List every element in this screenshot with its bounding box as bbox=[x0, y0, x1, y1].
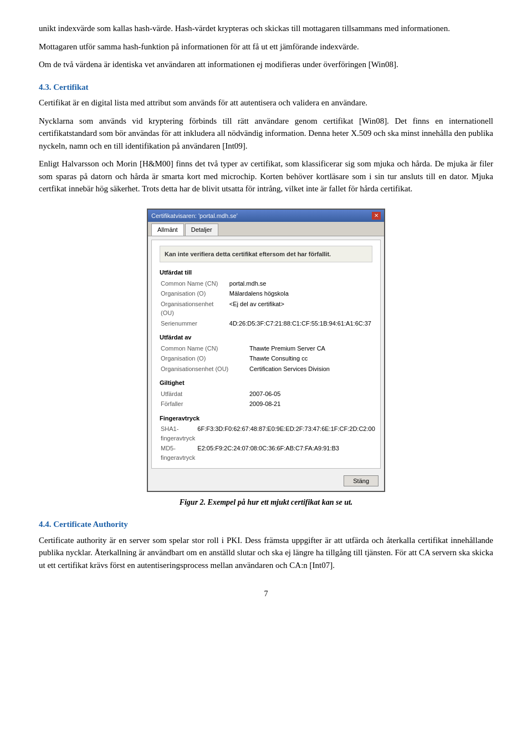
table-row: Organisationsenhet (OU) <Ej del av certi… bbox=[160, 299, 372, 318]
field-value: Thawte Premium Server CA bbox=[248, 343, 372, 354]
figure-caption: Figur 2. Exempel på hur ett mjukt certif… bbox=[180, 496, 353, 508]
field-label: Serienummer bbox=[160, 318, 228, 329]
paragraph-1: unikt indexvärde som kallas hash-värde. … bbox=[39, 22, 493, 35]
cert-footer: Stäng bbox=[148, 472, 384, 491]
paragraph-2: Mottagaren utför samma hash-funktion på … bbox=[39, 40, 493, 53]
field-value: 2009-08-21 bbox=[248, 399, 372, 409]
field-label: Common Name (CN) bbox=[160, 278, 228, 289]
field-value: E2:05:F9:2C:24:07:08:0C:36:6F:AB:C7:FA:A… bbox=[196, 443, 376, 463]
cert-titlebar: Certifikatvisaren: 'portal.mdh.se' ✕ bbox=[148, 210, 384, 222]
field-label: Organisation (O) bbox=[160, 288, 228, 299]
section-43-p2: Nycklarna som används vid kryptering för… bbox=[39, 115, 493, 153]
field-value: Mälardalens högskola bbox=[228, 288, 372, 299]
field-value: 4D:26:D5:3F:C7:21:88:C1:CF:55:1B:94:61:A… bbox=[228, 318, 372, 329]
table-row: Serienummer 4D:26:D5:3F:C7:21:88:C1:CF:5… bbox=[160, 318, 372, 329]
table-row: Förfaller 2009-08-21 bbox=[160, 399, 372, 409]
cert-warning: Kan inte verifiera detta certifikat efte… bbox=[160, 246, 372, 263]
table-row: Common Name (CN) Thawte Premium Server C… bbox=[160, 343, 372, 354]
table-row: SHA1-fingeravtryck 6F:F3:3D:F0:62:67:48:… bbox=[160, 424, 376, 443]
field-label: Förfaller bbox=[160, 399, 248, 409]
cert-tabs: Allmänt Detaljer bbox=[148, 222, 384, 236]
table-row: Organisationsenhet (OU) Certification Se… bbox=[160, 364, 372, 374]
paragraph-3: Om de två värdena är identiska vet använ… bbox=[39, 58, 493, 71]
section-43-p1: Certifikat är en digital lista med attri… bbox=[39, 97, 493, 109]
cert-close-button[interactable]: ✕ bbox=[372, 212, 381, 220]
section-44-heading: 4.4. Certificate Authority bbox=[39, 518, 493, 531]
field-value: Thawte Consulting cc bbox=[248, 353, 372, 364]
section-44-p1: Certificate authority är en server som s… bbox=[39, 534, 493, 572]
field-label: MD5-fingeravtryck bbox=[160, 443, 196, 463]
table-row: Organisation (O) Thawte Consulting cc bbox=[160, 353, 372, 364]
field-value: <Ej del av certifikat> bbox=[228, 299, 372, 318]
cert-title: Certifikatvisaren: 'portal.mdh.se' bbox=[151, 211, 238, 221]
section-43-heading: 4.3. Certifikat bbox=[39, 81, 493, 94]
field-label: Utfärdat bbox=[160, 389, 248, 399]
field-label: Organisation (O) bbox=[160, 353, 248, 364]
table-row: Common Name (CN) portal.mdh.se bbox=[160, 278, 372, 289]
field-value: Certification Services Division bbox=[248, 364, 372, 374]
section-43-p3: Enligt Halvarsson och Morin [H&M00] finn… bbox=[39, 158, 493, 195]
certificate-window: Certifikatvisaren: 'portal.mdh.se' ✕ All… bbox=[147, 209, 385, 493]
cert-fingerprint-label: Fingeravtryck bbox=[160, 414, 372, 423]
figure-2-container: Certifikatvisaren: 'portal.mdh.se' ✕ All… bbox=[39, 209, 493, 509]
field-label: SHA1-fingeravtryck bbox=[160, 424, 196, 443]
table-row: Organisation (O) Mälardalens högskola bbox=[160, 288, 372, 299]
field-label: Common Name (CN) bbox=[160, 343, 248, 354]
field-label: Organisationsenhet (OU) bbox=[160, 364, 248, 374]
cert-tab-allm[interactable]: Allmänt bbox=[151, 224, 184, 236]
page-number: 7 bbox=[39, 588, 493, 600]
field-value: 2007-06-05 bbox=[248, 389, 372, 399]
cert-issued-to-label: Utfärdat till bbox=[160, 268, 372, 277]
field-value: 6F:F3:3D:F0:62:67:48:87:E0:9E:ED:2F:73:4… bbox=[196, 424, 376, 443]
cert-validity-label: Giltighet bbox=[160, 378, 372, 388]
cert-body: Kan inte verifiera detta certifikat efte… bbox=[151, 240, 381, 469]
cert-validity-table: Utfärdat 2007-06-05 Förfaller 2009-08-21 bbox=[160, 389, 372, 409]
cert-issued-by-label: Utfärdat av bbox=[160, 333, 372, 342]
cert-fingerprint-table: SHA1-fingeravtryck 6F:F3:3D:F0:62:67:48:… bbox=[160, 424, 376, 463]
cert-tab-detaljer[interactable]: Detaljer bbox=[185, 224, 218, 236]
cert-issued-to-table: Common Name (CN) portal.mdh.se Organisat… bbox=[160, 278, 372, 329]
cert-stang-button[interactable]: Stäng bbox=[344, 475, 378, 486]
table-row: Utfärdat 2007-06-05 bbox=[160, 389, 372, 399]
field-label: Organisationsenhet (OU) bbox=[160, 299, 228, 318]
cert-issued-by-table: Common Name (CN) Thawte Premium Server C… bbox=[160, 343, 372, 374]
field-value: portal.mdh.se bbox=[228, 278, 372, 289]
table-row: MD5-fingeravtryck E2:05:F9:2C:24:07:08:0… bbox=[160, 443, 376, 463]
